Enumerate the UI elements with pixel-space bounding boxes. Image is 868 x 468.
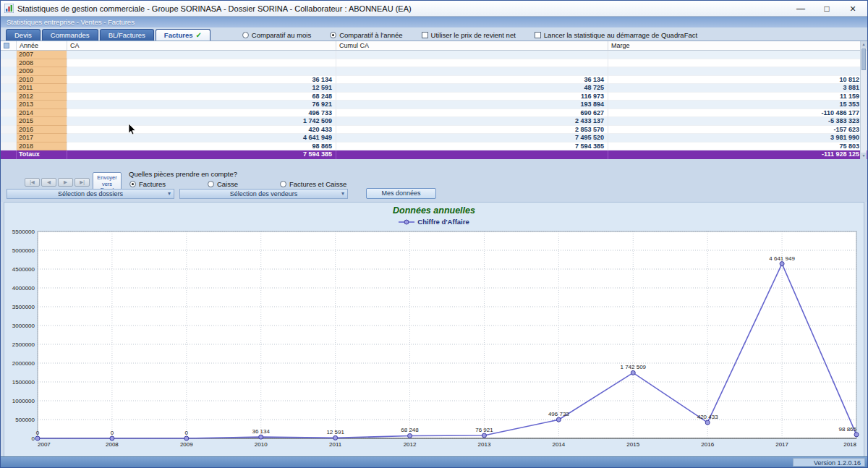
- year-cell: 2012: [17, 93, 67, 101]
- table-scrollbar[interactable]: ▲ ▼: [860, 41, 867, 159]
- radio-comparatif-annee[interactable]: Comparatif à l'année: [330, 31, 402, 39]
- checkbox-lancer-stat-label: Lancer la statistique au démarrage de Qu…: [544, 31, 697, 39]
- nav-next-button[interactable]: ▶: [58, 178, 73, 187]
- chart-svg: 0500000100000015000002000000250000030000…: [4, 227, 865, 450]
- app-window: Statistiques de gestion commerciale - Gr…: [0, 0, 868, 468]
- table-row[interactable]: 2007: [1, 51, 867, 59]
- maximize-button[interactable]: □: [814, 1, 840, 16]
- table-row[interactable]: 201376 921193 89415 353: [1, 101, 867, 109]
- svg-text:0: 0: [32, 435, 35, 442]
- svg-text:1500000: 1500000: [12, 379, 35, 386]
- svg-text:0: 0: [111, 430, 114, 436]
- header-ca[interactable]: CA: [67, 41, 336, 50]
- svg-text:2500000: 2500000: [12, 341, 35, 348]
- year-cell: 2013: [17, 101, 67, 109]
- ca-cell: 68 248: [67, 93, 336, 101]
- cumul-ca-cell: 48 725: [336, 84, 608, 93]
- minimize-button[interactable]: —: [788, 1, 814, 16]
- year-cell: 2017: [17, 134, 67, 142]
- table-row[interactable]: 2014496 733690 627-110 486 177: [1, 109, 867, 118]
- close-button[interactable]: ×: [840, 1, 866, 16]
- ca-cell: [67, 51, 336, 59]
- year-cell: 2011: [17, 84, 67, 93]
- year-cell: 2014: [17, 109, 67, 118]
- radio-factures[interactable]: Factures: [129, 180, 166, 188]
- marge-cell: 75 803: [608, 142, 867, 151]
- cumul-ca-cell: [336, 51, 608, 59]
- app-icon: [4, 4, 14, 13]
- dossiers-dropdown[interactable]: Sélection des dossiers ▾: [7, 189, 174, 199]
- header-cumul-ca[interactable]: Cumul CA: [336, 41, 608, 50]
- ca-cell: 76 921: [67, 101, 336, 109]
- table-row[interactable]: 2008: [1, 59, 867, 68]
- nav-prev-button[interactable]: ◀: [41, 178, 56, 187]
- marge-cell: 3 881: [608, 84, 867, 93]
- cumul-ca-cell: 7 495 520: [336, 134, 608, 142]
- year-cell: 2015: [17, 117, 67, 126]
- row-select-cell: [1, 93, 17, 101]
- tab-bl-factures[interactable]: BL/Factures: [100, 29, 154, 41]
- row-select-cell: [1, 142, 17, 151]
- totals-cumul-cell: [336, 150, 608, 159]
- svg-text:4000000: 4000000: [12, 285, 35, 292]
- cumul-ca-cell: 690 627: [336, 109, 608, 118]
- ca-cell: 4 641 949: [67, 134, 336, 142]
- radio-checked-icon: [129, 181, 136, 187]
- tab-factures[interactable]: Factures✓: [156, 29, 210, 41]
- vendeurs-dropdown[interactable]: Sélection des vendeurs ▾: [179, 189, 348, 199]
- nav-last-button[interactable]: ▶|: [75, 178, 90, 187]
- select-all-header[interactable]: [1, 41, 17, 50]
- table-row[interactable]: 201268 248116 97311 159: [1, 93, 867, 101]
- radio-factures-et-caisse[interactable]: Factures et Caisse: [280, 180, 346, 188]
- radio-comparatif-annee-label: Comparatif à l'année: [339, 31, 402, 39]
- svg-text:0: 0: [185, 430, 189, 436]
- marge-cell: [608, 51, 867, 59]
- scroll-up-icon[interactable]: ▲: [861, 41, 867, 48]
- radio-icon: [208, 181, 214, 187]
- svg-text:2007: 2007: [38, 441, 51, 448]
- svg-text:5500000: 5500000: [12, 229, 35, 235]
- checkbox-prix-revient[interactable]: Utiliser le prix de revient net: [422, 31, 516, 39]
- radio-comparatif-mois[interactable]: Comparatif au mois: [242, 31, 311, 39]
- header-annee[interactable]: Année: [17, 41, 67, 50]
- marge-cell: -110 486 177: [608, 109, 867, 118]
- svg-text:2014: 2014: [552, 441, 565, 448]
- chevron-down-icon: ▾: [341, 190, 344, 197]
- scrollbar-thumb[interactable]: [861, 48, 866, 70]
- svg-text:2016: 2016: [701, 441, 714, 448]
- export-excel-button[interactable]: Envoyer vers Excel: [93, 172, 122, 190]
- marge-cell: 15 353: [608, 101, 867, 109]
- titlebar: Statistiques de gestion commerciale - Gr…: [1, 1, 867, 17]
- table-row[interactable]: 201112 59148 7253 881: [1, 84, 867, 93]
- ca-cell: 98 865: [67, 142, 336, 151]
- year-cell: 2018: [17, 142, 67, 151]
- marge-cell: 3 981 990: [608, 134, 867, 142]
- header-marge[interactable]: Marge: [608, 41, 867, 50]
- svg-text:3000000: 3000000: [12, 323, 35, 329]
- radio-factures-et-caisse-label: Factures et Caisse: [289, 180, 346, 188]
- row-select-cell: [1, 84, 17, 93]
- select-all-icon: [4, 43, 9, 48]
- table-row[interactable]: 201898 8657 594 38575 803: [1, 142, 867, 151]
- cumul-ca-cell: 116 973: [336, 93, 608, 101]
- svg-text:36 134: 36 134: [252, 428, 270, 435]
- tab-devis[interactable]: Devis: [6, 29, 41, 41]
- scroll-down-icon[interactable]: ▼: [861, 153, 867, 159]
- checkbox-icon: [422, 32, 428, 38]
- nav-first-button[interactable]: |◀: [25, 178, 40, 187]
- table-row[interactable]: 2009: [1, 67, 867, 76]
- tab-commandes[interactable]: Commandes: [42, 29, 98, 41]
- status-bar: Version 1.2.0.16: [1, 456, 867, 467]
- mes-donnees-button[interactable]: Mes données: [366, 188, 436, 199]
- pieces-question-label: Quelles pièces prendre en compte?: [129, 170, 237, 178]
- table-row[interactable]: 201036 13436 13410 812: [1, 76, 867, 85]
- row-select-cell: [1, 51, 17, 59]
- dossiers-dropdown-label: Sélection des dossiers: [58, 190, 123, 197]
- cumul-ca-cell: 36 134: [336, 76, 608, 85]
- marge-cell: 11 159: [608, 93, 867, 101]
- radio-caisse[interactable]: Caisse: [208, 180, 238, 188]
- year-cell: 2010: [17, 76, 67, 85]
- svg-text:3500000: 3500000: [12, 304, 35, 310]
- ca-cell: 420 433: [67, 126, 336, 135]
- checkbox-lancer-stat[interactable]: Lancer la statistique au démarrage de Qu…: [535, 31, 697, 39]
